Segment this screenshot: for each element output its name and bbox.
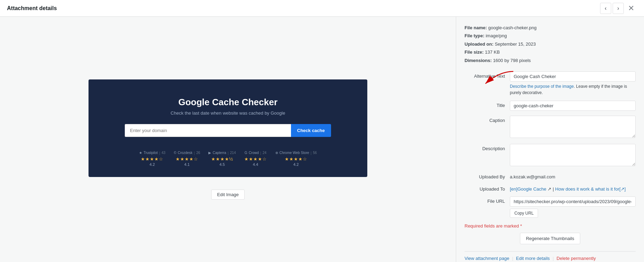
crozdesk-score: 4.1 bbox=[184, 162, 190, 167]
attachment-details-modal: Attachment details ‹ › ✕ Google Cache Ch… bbox=[0, 0, 644, 262]
capterra-score: 4.5 bbox=[220, 162, 225, 167]
bottom-links: View attachment page | Edit more details… bbox=[465, 251, 636, 261]
alt-text-help-link[interactable]: Describe the purpose of the image bbox=[510, 84, 574, 89]
alt-text-label: Alternative Text bbox=[465, 71, 510, 79]
uploaded-to-link2[interactable]: How does it work & what is it for[↗] bbox=[555, 186, 626, 192]
rating-crozdesk-header: © Crozdesk | 26 bbox=[174, 151, 200, 155]
capterra-stars: ★★★★½ bbox=[211, 156, 233, 162]
file-url-row: File URL Copy URL bbox=[465, 196, 636, 218]
description-field bbox=[510, 144, 636, 167]
file-dimensions-row: Dimensions: 1600 by 798 pixels bbox=[465, 56, 636, 64]
file-url-label: File URL bbox=[465, 196, 510, 204]
rating-trustpilot: ★ Trustpilot | 43 ★★★★☆ 4.2 bbox=[139, 151, 166, 167]
modal-title: Attachment details bbox=[7, 5, 57, 11]
crozdesk-icon: © bbox=[174, 151, 176, 155]
trustpilot-score: 4.2 bbox=[150, 162, 155, 167]
uploaded-by-label: Uploaded By bbox=[465, 172, 510, 179]
rating-crowd-header: G Crowd | 24 bbox=[245, 151, 267, 155]
uploaded-by-row: Uploaded By a.kozak.w@gmail.com bbox=[465, 172, 636, 179]
crowd-score: 4.4 bbox=[253, 162, 258, 167]
rating-trustpilot-header: ★ Trustpilot | 43 bbox=[139, 151, 166, 155]
title-label: Title bbox=[465, 101, 510, 108]
description-row: Description bbox=[465, 144, 636, 167]
alt-text-help: Describe the purpose of the image. Leave… bbox=[510, 83, 636, 96]
caption-label: Caption bbox=[465, 116, 510, 123]
title-field bbox=[510, 101, 636, 111]
preview-search-bar: Check cache bbox=[125, 124, 331, 137]
caption-field bbox=[510, 116, 636, 139]
description-label: Description bbox=[465, 144, 510, 151]
title-input[interactable] bbox=[510, 101, 636, 111]
image-preview-wrapper: Google Cache Checker Check the last date… bbox=[89, 79, 367, 200]
image-panel: Google Cache Checker Check the last date… bbox=[0, 17, 456, 262]
preview-image-title: Google Cache Checker bbox=[178, 97, 278, 108]
file-url-field: Copy URL bbox=[510, 196, 636, 218]
view-attachment-link[interactable]: View attachment page bbox=[465, 256, 509, 261]
next-button[interactable]: › bbox=[613, 3, 624, 14]
modal-header: Attachment details ‹ › ✕ bbox=[0, 0, 644, 17]
title-row: Title bbox=[465, 101, 636, 111]
preview-ratings: ★ Trustpilot | 43 ★★★★☆ 4.2 © Crozde bbox=[139, 151, 317, 167]
uploaded-by-value: a.kozak.w@gmail.com bbox=[510, 172, 636, 179]
file-url-row-inner bbox=[510, 196, 636, 207]
file-type-row: File type: image/png bbox=[465, 32, 636, 40]
modal-navigation: ‹ › ✕ bbox=[600, 3, 637, 14]
preview-domain-input[interactable] bbox=[125, 124, 291, 137]
rating-capterra: ▶ Capterra | 214 ★★★★½ 4.5 bbox=[208, 151, 236, 167]
alt-text-field: Describe the purpose of the image. Leave… bbox=[510, 71, 636, 96]
caption-row: Caption bbox=[465, 116, 636, 139]
rating-crowd: G Crowd | 24 ★★★★☆ 4.4 bbox=[244, 151, 267, 167]
file-metadata: File name: google-cash-cheker.png File t… bbox=[465, 24, 636, 64]
prev-button[interactable]: ‹ bbox=[600, 3, 611, 14]
close-button[interactable]: ✕ bbox=[625, 3, 637, 14]
edit-image-button[interactable]: Edit Image bbox=[211, 190, 245, 200]
uploaded-to-row: Uploaded To [en]Google Cache ↗ | How doe… bbox=[465, 184, 636, 192]
file-uploaded-row: Uploaded on: September 15, 2023 bbox=[465, 40, 636, 48]
details-panel: File name: google-cash-cheker.png File t… bbox=[456, 17, 644, 262]
chrome-stars: ★★★★☆ bbox=[285, 156, 307, 162]
preview-image-subtitle: Check the last date when website was cac… bbox=[171, 110, 285, 116]
chrome-icon: ⊕ bbox=[275, 151, 278, 155]
modal-body: Google Cache Checker Check the last date… bbox=[0, 17, 644, 262]
regenerate-thumbnails-button[interactable]: Regenerate Thumbnails bbox=[520, 233, 580, 244]
uploaded-to-link1[interactable]: [en]Google Cache bbox=[510, 186, 546, 192]
trustpilot-icon: ★ bbox=[139, 151, 142, 155]
preview-check-button[interactable]: Check cache bbox=[291, 124, 331, 137]
uploaded-by-field: a.kozak.w@gmail.com bbox=[510, 172, 636, 179]
file-size-row: File size: 137 KB bbox=[465, 48, 636, 56]
uploaded-to-value: [en]Google Cache ↗ | How does it work & … bbox=[510, 184, 636, 192]
rating-chrome: ⊕ Chrome Web Store | 56 ★★★★☆ 4.2 bbox=[275, 151, 317, 167]
crozdesk-stars: ★★★★☆ bbox=[176, 156, 198, 162]
alt-text-input[interactable] bbox=[510, 71, 636, 82]
chrome-score: 4.2 bbox=[293, 162, 299, 167]
delete-permanently-link[interactable]: Delete permanently bbox=[557, 256, 596, 261]
rating-chrome-header: ⊕ Chrome Web Store | 56 bbox=[275, 151, 317, 155]
rating-capterra-header: ▶ Capterra | 214 bbox=[208, 151, 236, 155]
copy-url-button[interactable]: Copy URL bbox=[510, 209, 538, 218]
alt-text-row: Alternative Text Describe the purpose of… bbox=[465, 71, 636, 96]
uploaded-to-label: Uploaded To bbox=[465, 184, 510, 192]
edit-more-details-link[interactable]: Edit more details bbox=[516, 256, 550, 261]
crowd-stars: ★★★★☆ bbox=[244, 156, 267, 162]
trustpilot-stars: ★★★★☆ bbox=[141, 156, 163, 162]
file-name-row: File name: google-cash-cheker.png bbox=[465, 24, 636, 32]
caption-textarea[interactable] bbox=[510, 116, 636, 138]
uploaded-to-field: [en]Google Cache ↗ | How does it work & … bbox=[510, 184, 636, 192]
required-note: Required fields are marked * bbox=[465, 223, 636, 229]
rating-crozdesk: © Crozdesk | 26 ★★★★☆ 4.1 bbox=[174, 151, 200, 167]
capterra-icon: ▶ bbox=[208, 151, 211, 155]
crowd-icon: G bbox=[245, 151, 247, 155]
required-asterisk: * bbox=[520, 223, 522, 229]
image-preview: Google Cache Checker Check the last date… bbox=[89, 79, 367, 177]
description-textarea[interactable] bbox=[510, 144, 636, 166]
file-url-input[interactable] bbox=[510, 196, 636, 207]
